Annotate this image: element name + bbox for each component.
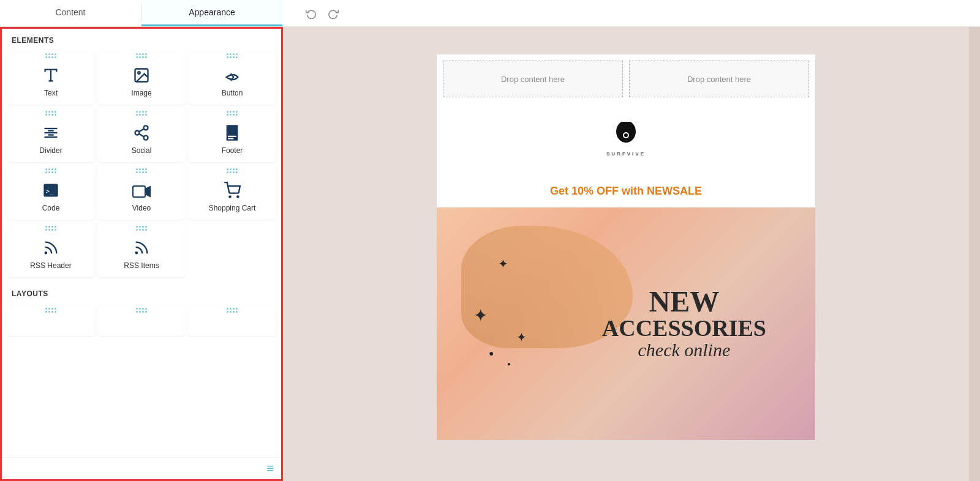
svg-point-22 xyxy=(237,196,238,198)
svg-point-10 xyxy=(135,131,140,135)
divider-label: Divider xyxy=(39,146,62,156)
right-panel-collapsed xyxy=(969,27,980,481)
layouts-section-title: LAYOUTS xyxy=(2,282,281,303)
shopping-cart-icon xyxy=(224,182,241,199)
svg-text:>_: >_ xyxy=(46,187,54,195)
layout-item-2[interactable] xyxy=(97,305,186,336)
code-label: Code xyxy=(42,204,60,214)
svg-point-21 xyxy=(229,196,230,198)
star-3: ✦ xyxy=(516,330,527,345)
surfvive-text: SURFVIVE xyxy=(606,151,646,157)
element-text[interactable]: Text xyxy=(7,50,95,105)
drag-handle-rss-items xyxy=(136,226,147,231)
email-template: Drop content here Drop content here SURF… xyxy=(436,54,816,441)
svg-rect-15 xyxy=(228,136,236,137)
drag-handle-code xyxy=(45,168,56,173)
social-label: Social xyxy=(132,146,152,156)
element-rss-header[interactable]: RSS Header xyxy=(7,222,95,277)
drag-handle-text xyxy=(45,53,56,58)
button-label: Button xyxy=(222,89,243,99)
code-icon: >_ xyxy=(42,182,59,199)
new-text: NEW xyxy=(602,287,766,316)
image-icon xyxy=(133,67,150,84)
svg-point-27 xyxy=(624,133,628,137)
image-label: Image xyxy=(131,89,151,99)
accessories-overlay: NEW ACCESSORIES check online xyxy=(602,287,766,360)
element-footer[interactable]: Footer xyxy=(188,107,276,162)
accessories-text: ACCESSORIES xyxy=(602,316,766,340)
undo-button[interactable] xyxy=(302,4,320,23)
rss-header-label: RSS Header xyxy=(30,261,71,271)
promo-text: Get 10% OFF with NEWSALE xyxy=(437,175,815,207)
button-icon xyxy=(224,70,241,84)
rss-header-icon xyxy=(42,239,59,256)
elements-grid: Text Image xyxy=(2,50,281,282)
image-block: ✦ ✦ ✦ ● ● NEW ACCESSORIES check online xyxy=(437,207,815,440)
element-social[interactable]: Social xyxy=(97,107,186,162)
divider-icon xyxy=(42,124,59,141)
drag-handle-rss-header xyxy=(45,226,56,231)
elements-panel: ELEMENTS Text xyxy=(0,27,283,481)
layout-item-3[interactable] xyxy=(188,305,276,336)
drag-handle-image xyxy=(136,53,147,58)
star-1: ✦ xyxy=(498,256,508,271)
elements-section-title: ELEMENTS xyxy=(2,29,281,50)
element-divider[interactable]: Divider xyxy=(7,107,95,162)
star-2: ✦ xyxy=(473,305,488,326)
canvas-area: Drop content here Drop content here SURF… xyxy=(283,27,969,481)
shopping-cart-label: Shopping Cart xyxy=(209,204,256,214)
menu-icon[interactable]: ≡ xyxy=(266,461,274,475)
rss-items-label: RSS Items xyxy=(124,261,159,271)
svg-rect-16 xyxy=(228,138,233,140)
drag-handle-layout-3 xyxy=(227,308,238,313)
svg-point-11 xyxy=(144,136,148,140)
drag-handle-button xyxy=(227,53,238,58)
drag-handle-shopping-cart xyxy=(227,168,238,173)
drop-zone-row: Drop content here Drop content here xyxy=(437,54,815,103)
footer-label: Footer xyxy=(222,146,243,156)
social-icon xyxy=(133,124,150,141)
svg-point-3 xyxy=(138,72,140,75)
svg-rect-19 xyxy=(133,186,145,197)
text-label: Text xyxy=(44,89,58,99)
drag-handle-footer xyxy=(227,111,238,116)
redo-button[interactable] xyxy=(324,4,342,23)
check-online-text: check online xyxy=(602,340,766,360)
element-code[interactable]: >_ Code xyxy=(7,165,95,220)
layouts-section xyxy=(2,303,281,341)
logo-row: SURFVIVE xyxy=(437,103,815,175)
rss-items-icon xyxy=(133,239,150,256)
tab-appearance[interactable]: Appearance xyxy=(141,0,282,26)
element-image[interactable]: Image xyxy=(97,50,186,105)
star-5: ● xyxy=(507,360,511,367)
footer-icon xyxy=(225,124,239,141)
video-label: Video xyxy=(132,204,151,214)
drag-handle-social xyxy=(136,111,147,116)
text-icon xyxy=(42,67,59,84)
drag-handle-layout-2 xyxy=(136,308,147,313)
drag-handle-layout-1 xyxy=(45,308,56,313)
layout-item-1[interactable] xyxy=(7,305,95,336)
drop-zone-1[interactable]: Drop content here xyxy=(443,61,623,97)
surfvive-logo-svg xyxy=(612,122,639,149)
svg-point-24 xyxy=(136,252,137,253)
element-rss-items[interactable]: RSS Items xyxy=(97,222,186,277)
element-shopping-cart[interactable]: Shopping Cart xyxy=(188,165,276,220)
element-video[interactable]: Video xyxy=(97,165,186,220)
drag-handle-divider xyxy=(45,111,56,116)
drop-zone-2[interactable]: Drop content here xyxy=(629,61,809,97)
svg-line-12 xyxy=(139,134,144,137)
svg-line-13 xyxy=(139,129,144,132)
tab-content[interactable]: Content xyxy=(0,0,141,26)
svg-marker-20 xyxy=(145,187,150,196)
surfvive-logo: SURFVIVE xyxy=(606,122,646,157)
svg-point-23 xyxy=(45,252,47,253)
drag-handle-video xyxy=(136,168,147,173)
svg-point-9 xyxy=(144,126,148,130)
video-icon xyxy=(132,184,151,199)
star-4: ● xyxy=(489,348,494,358)
element-button[interactable]: Button xyxy=(188,50,276,105)
